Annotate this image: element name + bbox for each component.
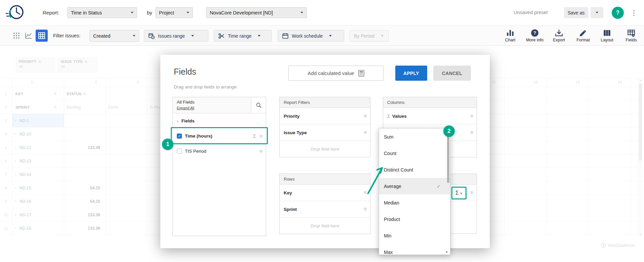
pivot-view-button[interactable] xyxy=(36,30,48,42)
menu-item-min[interactable]: Min xyxy=(379,227,450,244)
menu-item-max[interactable]: Max xyxy=(379,244,450,255)
drag-handle-icon[interactable]: ≡ xyxy=(259,133,263,139)
drag-handle-icon[interactable]: ≡ xyxy=(364,190,367,196)
rows-panel: Rows Key ≡ Sprint ≡ Drop field here xyxy=(279,174,370,234)
sigma-icon: Σ xyxy=(387,114,390,119)
menu-item-sum[interactable]: Sum xyxy=(379,128,450,145)
sigma-icon: Σ xyxy=(253,134,256,139)
expand-all-link[interactable]: Expand All xyxy=(177,106,194,110)
drag-handle-icon[interactable]: ≡ xyxy=(364,129,367,136)
project-value: NovaCore Development [ND] xyxy=(210,10,273,15)
chart-action-button[interactable]: Chart xyxy=(499,29,521,42)
fields-action-button[interactable]: Fields xyxy=(620,29,642,42)
more-info-action-label: More info xyxy=(524,38,546,42)
menu-item-product[interactable]: Product xyxy=(379,211,450,227)
add-calculated-value-button[interactable]: Add calculated value xyxy=(288,66,384,81)
aggregation-selector-button[interactable]: Σ ∨ xyxy=(451,187,467,199)
field-label: Key xyxy=(284,190,292,195)
grid-dots-icon xyxy=(12,32,21,40)
search-icon xyxy=(256,102,262,108)
menu-item-label: Average xyxy=(384,184,401,189)
apps-grid-button[interactable] xyxy=(12,31,21,40)
chevron-down-icon xyxy=(131,12,133,13)
cancel-button[interactable]: CANCEL xyxy=(433,66,471,81)
line-chart-icon xyxy=(25,32,33,40)
search-button[interactable] xyxy=(251,97,266,113)
fields-table-gear-icon xyxy=(627,29,636,37)
fields-action-label: Fields xyxy=(620,38,642,42)
calculator-icon xyxy=(358,70,364,77)
filter-field-row[interactable]: Priority ≡ xyxy=(280,108,370,124)
all-fields-panel: All Fields Expand All › Fields ✓ Time (h… xyxy=(172,97,266,236)
layout-action-label: Layout xyxy=(596,38,618,42)
report-filters-title: Report Filters xyxy=(280,97,370,108)
field-row-time-hours[interactable]: ✓ Time (hours) Σ ≡ xyxy=(173,128,266,144)
drag-handle-icon[interactable]: ≡ xyxy=(470,129,473,136)
help-button[interactable]: ? xyxy=(612,7,624,19)
chevron-down-icon xyxy=(329,35,332,37)
field-row-tis-period[interactable]: TIS Period ≡ xyxy=(173,144,266,159)
format-action-button[interactable]: Format xyxy=(572,29,594,42)
project-select[interactable]: NovaCore Development [ND] xyxy=(206,7,307,18)
columns-panel-title: Columns xyxy=(383,97,477,108)
app-header: Report: Time in Status by Project NovaCo… xyxy=(0,0,644,26)
drag-handle-icon[interactable]: ≡ xyxy=(364,206,367,212)
chevron-down-icon xyxy=(258,35,260,37)
tis-period-checkbox[interactable] xyxy=(177,149,182,154)
chart-view-button[interactable] xyxy=(24,31,33,40)
filter-field-row[interactable]: Issue Type ≡ xyxy=(280,124,370,141)
step2-badge: 2 xyxy=(443,125,455,137)
column-field-row[interactable]: Σ Values ≡ xyxy=(383,108,477,124)
columns-layout-icon xyxy=(603,29,611,37)
filter-created-select[interactable]: Created xyxy=(89,30,139,42)
drag-handle-icon[interactable]: ≡ xyxy=(470,113,473,119)
sigma-icon: Σ xyxy=(455,190,459,196)
apply-button[interactable]: APPLY xyxy=(395,66,427,81)
issues-range-button[interactable]: Issues range xyxy=(144,30,208,42)
export-action-button[interactable]: Export xyxy=(548,29,570,42)
svg-text:?: ? xyxy=(533,30,536,36)
rows-panel-title: Rows xyxy=(280,174,370,185)
menu-item-average[interactable]: Average ✓ xyxy=(379,178,450,194)
step1-badge: 1 xyxy=(162,139,173,150)
add-calculated-value-label: Add calculated value xyxy=(308,70,354,76)
drag-handle-icon[interactable]: ≡ xyxy=(470,190,473,196)
menu-scrollbar-thumb[interactable] xyxy=(447,130,449,183)
calendar-icon xyxy=(282,33,289,39)
more-menu-button[interactable]: ⋮ xyxy=(631,9,637,17)
drag-handle-icon[interactable]: ≡ xyxy=(259,148,263,154)
menu-item-median[interactable]: Median xyxy=(379,194,450,211)
row-field-row[interactable]: Sprint ≡ xyxy=(280,201,370,218)
field-label: Issue Type xyxy=(284,130,307,135)
app-logo-icon xyxy=(5,2,26,23)
time-hours-checkbox[interactable]: ✓ xyxy=(177,134,182,139)
pencil-icon xyxy=(579,29,588,37)
report-type-select[interactable]: Time in Status xyxy=(67,7,137,18)
save-as-button[interactable]: Save as xyxy=(564,7,588,18)
field-label: Priority xyxy=(284,114,299,119)
menu-item-count[interactable]: Count xyxy=(379,145,450,161)
dialog-subtitle: Drag and drop fields to arrange xyxy=(174,84,237,89)
drag-handle-icon[interactable]: ≡ xyxy=(364,113,367,119)
group-by-value: Project xyxy=(159,10,174,15)
drop-zone: Drop field here xyxy=(280,218,370,234)
row-field-row[interactable]: Key ≡ xyxy=(280,185,370,201)
work-schedule-button[interactable]: Work schedule xyxy=(278,30,344,42)
time-range-label: Time range xyxy=(228,33,251,39)
menu-item-distinct-count[interactable]: Distinct Count xyxy=(379,161,450,178)
field-group-row[interactable]: › Fields xyxy=(173,113,266,128)
group-by-select[interactable]: Project xyxy=(155,7,193,18)
field-label: TIS Period xyxy=(185,149,206,154)
calendar-clock-icon xyxy=(148,33,155,39)
by-period-select: By Period xyxy=(350,30,389,42)
layout-action-button[interactable]: Layout xyxy=(596,29,618,42)
filter-created-value: Created xyxy=(93,33,111,39)
more-info-action-button[interactable]: ? More info xyxy=(524,29,546,42)
save-as-chevron-button[interactable] xyxy=(591,7,603,18)
by-label: by xyxy=(147,10,152,15)
chevron-down-icon xyxy=(300,12,303,13)
chevron-down-icon xyxy=(381,35,384,37)
time-range-button[interactable]: Time range xyxy=(214,30,272,42)
export-action-label: Export xyxy=(548,38,570,42)
format-action-label: Format xyxy=(572,38,594,42)
